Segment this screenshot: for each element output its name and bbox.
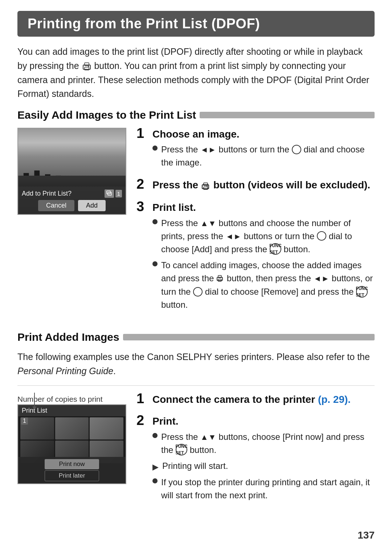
- print-step-2-bullet-3-text: If you stop the printer during printing …: [161, 476, 375, 502]
- print-step-1-content: Connect the camera to the printer (p. 29…: [152, 393, 351, 408]
- print-layout: Number of copies to print Print List 1: [17, 393, 375, 511]
- page-number: 137: [358, 529, 375, 541]
- thumb-2: [55, 417, 89, 440]
- step-1: 1 Choose an image. Press the ◄► buttons …: [136, 128, 375, 172]
- overlay-icon2: 1: [115, 190, 122, 197]
- intro-paragraph: You can add images to the print list (DP…: [17, 45, 375, 101]
- print-step-1-num: 1: [136, 392, 148, 405]
- overlay-icons: 1: [105, 189, 122, 198]
- step-3-num: 3: [136, 200, 148, 213]
- print-step-2-bullet-3: If you stop the printer during printing …: [152, 476, 375, 502]
- print-step-2: 2 Print. Press the ▲▼ buttons, choose [P…: [136, 415, 375, 504]
- step-1-bullets: Press the ◄► buttons or turn the dial an…: [152, 143, 375, 169]
- func-icon-print: FUNCSET: [176, 444, 187, 455]
- print-step-2-content: Print. Press the ▲▼ buttons, choose [Pri…: [152, 415, 375, 504]
- page-link[interactable]: (p. 29).: [318, 394, 351, 405]
- bullet-dot-print-1: [152, 433, 158, 438]
- step-1-bullet-1-text: Press the ◄► buttons or turn the dial an…: [161, 143, 375, 169]
- section1-header: Easily Add Images to the Print List: [17, 109, 375, 121]
- section2-header-bar: [123, 334, 375, 340]
- bullet-dot-2: [152, 219, 158, 224]
- camera-buttons: Cancel Add: [22, 200, 122, 211]
- print-steps: 1 Connect the camera to the printer (p. …: [136, 393, 375, 511]
- arrow-bullet-icon: ▶: [152, 461, 159, 473]
- cancel-btn[interactable]: Cancel: [38, 200, 74, 211]
- step-3-bullet-2-text: To cancel adding images, choose the adde…: [161, 259, 375, 312]
- guide-name: Personal Printing Guide: [17, 366, 113, 376]
- page-title: Printing from the Print List (DPOF): [28, 16, 364, 32]
- print-step-2-bullet-1: Press the ▲▼ buttons, choose [Print now]…: [152, 430, 375, 457]
- print-button-icon: [82, 61, 92, 72]
- step-3-bullet-1-text: Press the ▲▼ buttons and choose the numb…: [161, 217, 375, 256]
- copies-label: Number of copies to print: [17, 395, 103, 403]
- thumb-3: [90, 417, 123, 440]
- print-intro-end: .: [113, 366, 116, 376]
- svg-point-3: [88, 66, 89, 67]
- print-step-2-title: Print.: [152, 415, 375, 428]
- print-icon-step2: [201, 179, 211, 192]
- svg-point-9: [207, 186, 208, 187]
- print-step-2-bullets: Press the ▲▼ buttons, choose [Print now]…: [152, 430, 375, 502]
- step-2: 2 Press the button (videos will be exclu…: [136, 179, 375, 195]
- print-later-btn[interactable]: Print later: [45, 470, 99, 481]
- lr-icon: ◄►: [200, 145, 216, 154]
- step-1-title: Choose an image.: [152, 128, 375, 141]
- step-1-num: 1: [136, 126, 148, 140]
- step-3-bullet-2: To cancel adding images, choose the adde…: [152, 259, 375, 312]
- print-step-2-bullet-1-text: Press the ▲▼ buttons, choose [Print now]…: [161, 430, 375, 457]
- print-step-2-bullet-2-text: Printing will start.: [162, 459, 228, 473]
- print-step-1: 1 Connect the camera to the printer (p. …: [136, 393, 375, 408]
- lr-icon-3: ◄►: [314, 274, 330, 283]
- copies-number: 1: [21, 417, 28, 425]
- title-bar: Printing from the Print List (DPOF): [17, 11, 375, 37]
- section1-title: Easily Add Images to the Print List: [17, 109, 196, 121]
- print-section: Print Added Images The following example…: [17, 331, 375, 511]
- print-intro-start: The following examples use the Canon SEL…: [17, 352, 370, 362]
- step-1-content: Choose an image. Press the ◄► buttons or…: [152, 128, 375, 172]
- func-icon: FUNCSET: [270, 243, 281, 255]
- print-intro-text: The following examples use the Canon SEL…: [17, 350, 375, 378]
- ud-icon: ▲▼: [200, 219, 216, 228]
- print-screen-buttons: Print now Print later: [18, 457, 126, 483]
- step-3-content: Print list. Press the ▲▼ buttons and cho…: [152, 201, 375, 314]
- step-2-num: 2: [136, 177, 148, 191]
- svg-rect-11: [218, 279, 221, 281]
- step-3-title: Print list.: [152, 201, 375, 214]
- camera-overlay: Add to Print List? 1 Can: [18, 187, 126, 214]
- add-btn[interactable]: Add: [78, 200, 106, 211]
- add-steps: 1 Choose an image. Press the ◄► buttons …: [136, 128, 375, 321]
- camera-overlay-row: Add to Print List? 1: [22, 189, 122, 198]
- print-step-1-title: Connect the camera to the printer (p. 29…: [152, 393, 351, 406]
- divider: [17, 385, 375, 386]
- copies-arrow-head: [32, 406, 37, 409]
- step-3-bullets: Press the ▲▼ buttons and choose the numb…: [152, 217, 375, 312]
- print-now-btn[interactable]: Print now: [45, 459, 99, 469]
- cloud-layer: [18, 128, 126, 176]
- section2-title: Print Added Images: [17, 331, 119, 343]
- camera-screen-wrapper: Add to Print List? 1 Can: [17, 128, 126, 321]
- dial-icon-2: [317, 231, 326, 241]
- add-section: Add to Print List? 1 Can: [17, 128, 375, 321]
- step-2-title: Press the button (videos will be exclude…: [152, 179, 370, 192]
- bullet-dot-print-2: [152, 478, 158, 483]
- step-2-content: Press the button (videos will be exclude…: [152, 179, 370, 195]
- copies-arrow-line: [34, 393, 35, 407]
- print-screen-container: Print List 1 Print now: [17, 404, 126, 484]
- section1-header-bar: [200, 112, 375, 118]
- print-screen-wrapper: Number of copies to print Print List 1: [17, 393, 126, 511]
- func-icon-2: FUNCSET: [356, 286, 368, 298]
- print-icon-inline: [216, 272, 224, 285]
- bullet-dot: [152, 146, 158, 151]
- step-1-bullet-1: Press the ◄► buttons or turn the dial an…: [152, 143, 375, 169]
- overlay-label: Add to Print List?: [22, 190, 72, 197]
- overlay-icon1: [105, 189, 114, 198]
- lr-icon-2: ◄►: [225, 232, 241, 241]
- print-screen: Print List 1 Print now: [17, 404, 126, 484]
- camera-screen: Add to Print List? 1 Can: [17, 128, 126, 215]
- copies-annotation: Number of copies to print: [17, 393, 126, 404]
- step-3: 3 Print list. Press the ▲▼ buttons and c…: [136, 201, 375, 314]
- step-3-bullet-1: Press the ▲▼ buttons and choose the numb…: [152, 217, 375, 256]
- dial-icon: [292, 145, 301, 154]
- page: Printing from the Print List (DPOF) You …: [0, 0, 392, 552]
- section2-header: Print Added Images: [17, 331, 375, 343]
